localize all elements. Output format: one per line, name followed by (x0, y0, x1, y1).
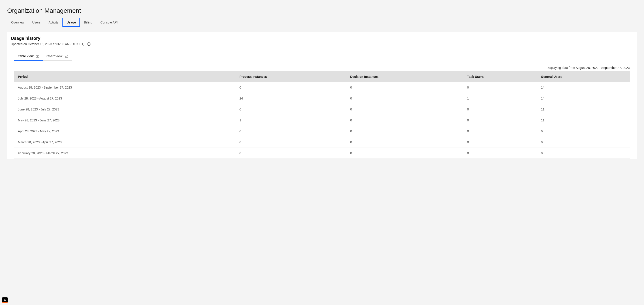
table-row: February 28, 2023 - March 27, 20230000 (14, 148, 630, 159)
cell-process-instances: 0 (236, 137, 346, 148)
tab-users[interactable]: Users (28, 18, 44, 27)
cell-process-instances: 0 (236, 126, 346, 137)
cell-process-instances: 24 (236, 93, 346, 104)
table-row: March 28, 2023 - April 27, 20230000 (14, 137, 630, 148)
cell-general-users: 14 (538, 93, 630, 104)
tab-console-api[interactable]: Console API (96, 18, 122, 27)
cell-process-instances: 0 (236, 82, 346, 93)
cell-period: May 28, 2023 - June 27, 2023 (14, 115, 236, 126)
svg-point-1 (88, 43, 89, 44)
usage-history-card: Usage history Updated on October 16, 202… (7, 32, 637, 159)
col-general-users: General Users (538, 71, 630, 82)
col-process-instances: Process Instances (236, 71, 346, 82)
cell-period: February 28, 2023 - March 27, 2023 (14, 148, 236, 159)
sub-tab-label: Chart view (46, 54, 62, 58)
cell-decision-instances: 0 (346, 137, 464, 148)
sub-tab-table-view[interactable]: Table view (14, 52, 43, 61)
sub-tab-chart-view[interactable]: Chart view (43, 52, 72, 61)
col-task-users: Task Users (464, 71, 538, 82)
cell-task-users: 0 (464, 104, 538, 115)
cell-decision-instances: 0 (346, 126, 464, 137)
table-icon (36, 54, 40, 58)
cell-task-users: 0 (464, 82, 538, 93)
cell-task-users: 0 (464, 126, 538, 137)
cell-process-instances: 1 (236, 115, 346, 126)
table-header-row: Period Process Instances Decision Instan… (14, 71, 630, 82)
cell-period: June 28, 2023 - July 27, 2023 (14, 104, 236, 115)
cell-period: March 28, 2023 - April 27, 2023 (14, 137, 236, 148)
cell-task-users: 0 (464, 148, 538, 159)
data-range-prefix: Displaying data from (546, 66, 576, 69)
svg-rect-2 (88, 44, 89, 45)
usage-table-wrapper: Period Process Instances Decision Instan… (11, 71, 633, 159)
tab-usage[interactable]: Usage (62, 18, 80, 27)
cell-task-users: 0 (464, 115, 538, 126)
table-row: June 28, 2023 - July 27, 202300011 (14, 104, 630, 115)
col-decision-instances: Decision Instances (346, 71, 464, 82)
main-tabs: Overview Users Activity Usage Billing Co… (7, 18, 637, 27)
cell-task-users: 1 (464, 93, 538, 104)
tab-billing[interactable]: Billing (80, 18, 96, 27)
table-row: May 28, 2023 - June 27, 202310011 (14, 115, 630, 126)
card-subtitle: Updated on October 16, 2023 at 06:00 AM … (11, 42, 84, 46)
cell-process-instances: 0 (236, 148, 346, 159)
cell-task-users: 0 (464, 137, 538, 148)
cell-period: July 28, 2023 - August 27, 2023 (14, 93, 236, 104)
cell-general-users: 0 (538, 126, 630, 137)
table-row: August 28, 2023 - September 27, 20230001… (14, 82, 630, 93)
tab-overview[interactable]: Overview (7, 18, 28, 27)
cell-general-users: 11 (538, 104, 630, 115)
table-row: April 28, 2023 - May 27, 20230000 (14, 126, 630, 137)
cell-general-users: 0 (538, 148, 630, 159)
cell-process-instances: 0 (236, 104, 346, 115)
table-row: July 28, 2023 - August 27, 2023240114 (14, 93, 630, 104)
chart-icon (65, 54, 68, 58)
cell-decision-instances: 0 (346, 93, 464, 104)
data-range: Displaying data from August 28, 2022 - S… (11, 66, 633, 69)
cell-decision-instances: 0 (346, 148, 464, 159)
cell-general-users: 11 (538, 115, 630, 126)
cell-period: August 28, 2023 - September 27, 2023 (14, 82, 236, 93)
info-icon[interactable] (87, 42, 91, 46)
cell-decision-instances: 0 (346, 82, 464, 93)
sub-tabs: Table view Chart view (14, 52, 633, 61)
data-range-dates: August 28, 2022 - September 27, 2023 (576, 66, 630, 69)
usage-table: Period Process Instances Decision Instan… (14, 71, 630, 159)
cell-period: April 28, 2023 - May 27, 2023 (14, 126, 236, 137)
cell-decision-instances: 0 (346, 115, 464, 126)
card-title: Usage history (11, 36, 633, 41)
cell-decision-instances: 0 (346, 104, 464, 115)
cell-general-users: 14 (538, 82, 630, 93)
col-period: Period (14, 71, 236, 82)
card-subtitle-row: Updated on October 16, 2023 at 06:00 AM … (11, 42, 633, 46)
cell-general-users: 0 (538, 137, 630, 148)
page-title: Organization Management (7, 7, 637, 14)
sub-tab-label: Table view (18, 54, 34, 58)
page-container: Organization Management Overview Users A… (0, 0, 644, 159)
tab-activity[interactable]: Activity (44, 18, 62, 27)
